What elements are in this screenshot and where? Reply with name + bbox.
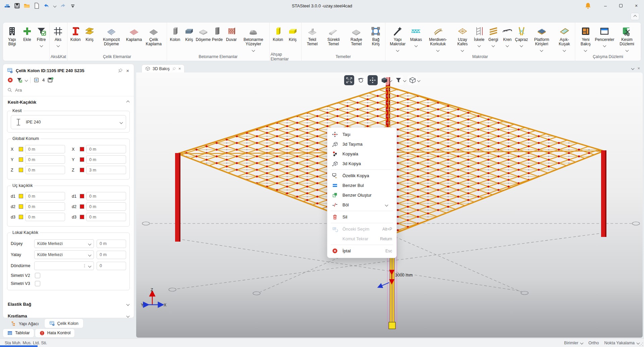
lokal-select[interactable]: Kütle Merkezi: [34, 250, 94, 259]
end-value-input[interactable]: [86, 166, 126, 174]
end-value-input[interactable]: [86, 202, 126, 211]
resize-grip[interactable]: [640, 343, 643, 346]
ribbon-item-kolon[interactable]: Kolon: [271, 24, 285, 46]
viewport-tool-shaded-cube[interactable]: [379, 75, 389, 85]
menu-tab-çizim[interactable]: [55, 15, 64, 18]
start-value-input[interactable]: [25, 145, 65, 153]
customize-toolbar-icon[interactable]: [69, 2, 76, 9]
cancel-selection-icon[interactable]: [7, 77, 13, 83]
section-elastik-bağ[interactable]: Elastik Bağ: [3, 298, 134, 310]
tool-dropdown-icon[interactable]: [403, 79, 407, 82]
end-value-input[interactable]: [86, 213, 126, 221]
viewport-tool-fit-screen[interactable]: [344, 75, 354, 85]
column-grip-handle[interactable]: [389, 322, 395, 329]
new-document-icon[interactable]: [33, 2, 40, 9]
end-value-input[interactable]: [86, 145, 126, 153]
ribbon-item-kesim-düzlemi[interactable]: Kesim Düzlemi: [614, 24, 640, 51]
lokal-select[interactable]: Kütle Merkezi: [34, 239, 94, 248]
ribbon-item-merdiven-korkuluk[interactable]: Merdiven-Korkuluk: [423, 24, 453, 51]
statusbar-birimler[interactable]: Birimler: [564, 341, 583, 345]
start-value-input[interactable]: [25, 155, 65, 164]
right-column[interactable]: [601, 150, 606, 237]
section-kesit-kaciklik[interactable]: Kesit-Kaçıklık: [3, 96, 134, 108]
strip-close-icon[interactable]: ×: [637, 66, 640, 71]
equals-icon[interactable]: [33, 77, 40, 83]
context-menu-item-özellik-kopya[interactable]: Özellik Kopya: [327, 171, 396, 181]
kesit-combobox[interactable]: IPE 240: [11, 115, 126, 129]
tool-dropdown-icon[interactable]: [417, 79, 421, 82]
viewport-tool-funnel[interactable]: [393, 75, 404, 85]
ribbon-item-kaplama[interactable]: Kaplama: [126, 24, 142, 46]
ribbon-item-tekil-temel[interactable]: Tekil Temel: [303, 24, 322, 51]
ribbon-item-kren[interactable]: Kren: [500, 24, 515, 46]
viewport-tab-3d[interactable]: 3D Bakış ×: [142, 64, 184, 72]
ribbon-item-çapraz[interactable]: Çapraz: [515, 24, 529, 46]
left-column[interactable]: [175, 153, 180, 242]
ribbon-collapse-button[interactable]: [631, 13, 639, 20]
filter-icon[interactable]: [16, 77, 22, 83]
menu-tab-çizim[interactable]: [38, 15, 46, 18]
minimize-button[interactable]: –: [598, 0, 613, 11]
ribbon-item-aşık-kuşak[interactable]: Aşık-Kuşak: [555, 24, 574, 51]
context-menu-item-i-ptal[interactable]: İptal Esc: [327, 246, 396, 256]
ribbon-item-uzay-kafes[interactable]: Uzay Kafes: [453, 24, 472, 51]
ribbon-item-i-skele[interactable]: İskele: [472, 24, 486, 46]
section-kısıtlama[interactable]: Kısıtlama: [3, 310, 134, 318]
panel-close-icon[interactable]: ×: [125, 68, 130, 73]
tab-close-icon[interactable]: ×: [178, 66, 181, 71]
menu-tab-birleşimler[interactable]: [29, 15, 38, 18]
ribbon-item-bağ-kiriş[interactable]: Bağ Kiriş: [368, 24, 384, 51]
menu-tab-dosya[interactable]: [3, 15, 11, 18]
menu-tab-araçlar[interactable]: [20, 15, 29, 18]
ribbon-item-kompozit-döşeme[interactable]: Kompozit Döşeme: [97, 24, 126, 51]
lokal-select[interactable]: [34, 261, 94, 270]
menu-tab-tasarım-ve-analiz[interactable]: [46, 15, 55, 18]
viewport-tool-pan-arrows[interactable]: [368, 75, 378, 85]
ribbon-item-kiriş[interactable]: Kiriş: [285, 24, 300, 46]
context-menu-item-komut-tekrar[interactable]: Komut Tekrar Return: [327, 234, 396, 244]
start-value-input[interactable]: [25, 202, 65, 211]
search-input[interactable]: [15, 88, 130, 93]
context-menu-item-benzer-oluştur[interactable]: Benzer Oluştur: [327, 190, 396, 200]
undo-icon[interactable]: [43, 2, 50, 9]
lokal-value-input[interactable]: [97, 251, 126, 259]
context-menu-item-benzer-bul[interactable]: Benzer Bul: [327, 181, 396, 190]
menu-tab-yapı[interactable]: [11, 15, 20, 18]
ribbon-item-makas[interactable]: Makas: [409, 24, 423, 46]
save-properties-icon[interactable]: [47, 77, 54, 83]
ribbon-item-aks[interactable]: Aks: [51, 24, 65, 46]
start-value-input[interactable]: [25, 166, 65, 174]
ribbon-item-kolon[interactable]: Kolon: [68, 24, 83, 46]
lokal-value-input[interactable]: [97, 240, 126, 248]
filter-dropdown-icon[interactable]: [25, 79, 28, 82]
start-value-input[interactable]: [25, 192, 65, 200]
checkbox[interactable]: [35, 281, 40, 286]
ribbon-item-kiriş[interactable]: Kiriş: [83, 24, 97, 46]
panel-tab-yapı-ağacı[interactable]: Yapı Ağacı: [6, 319, 44, 328]
ribbon-item-perde[interactable]: Perde: [210, 24, 224, 46]
panel-tab-çelik-kolon[interactable]: Çelik Kolon: [44, 318, 84, 328]
context-menu-item-3d-kopya[interactable]: 3d Kopya: [327, 159, 396, 168]
pin-icon[interactable]: [118, 68, 123, 73]
tool-dropdown-icon[interactable]: [389, 79, 392, 82]
ribbon-item-filtre[interactable]: Filtre: [34, 24, 48, 46]
context-menu-item-böl[interactable]: Böl: [327, 200, 396, 210]
start-value-input[interactable]: [25, 213, 65, 221]
end-value-input[interactable]: [86, 192, 126, 200]
ribbon-item-sürekli-temel[interactable]: Sürekli Temel: [322, 24, 345, 51]
checkbox[interactable]: [35, 273, 40, 278]
tab-list-chevron-icon[interactable]: [631, 67, 635, 70]
statusbar-ortho[interactable]: Ortho: [588, 341, 599, 345]
undo-dropdown-icon[interactable]: [53, 4, 57, 8]
close-button[interactable]: ×: [629, 0, 644, 11]
maximize-button[interactable]: [613, 0, 629, 11]
ribbon-item-yapı-makrolar[interactable]: Yapı Makrolar: [386, 24, 409, 51]
lokal-value-input[interactable]: [97, 262, 126, 270]
save-icon[interactable]: [14, 2, 20, 9]
ribbon-item-kolon[interactable]: Kolon: [168, 24, 182, 46]
ribbon-item-platform-kirişleri[interactable]: Platform Kirişleri: [529, 24, 555, 51]
ribbon-item-yeni-bakış[interactable]: Yeni Bakış: [576, 24, 595, 51]
redo-icon[interactable]: [60, 2, 66, 9]
footer-tab-hata-kontrol[interactable]: Hata Kontrol: [35, 329, 75, 338]
ribbon-item-çelik-kaplama[interactable]: Çelik Kaplama: [142, 24, 166, 51]
